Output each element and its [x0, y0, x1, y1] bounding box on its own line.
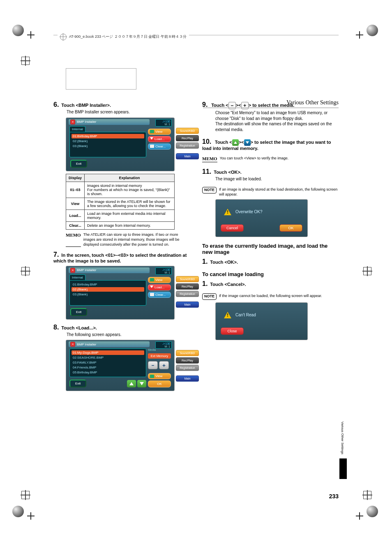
main-button[interactable]: Main — [176, 153, 199, 159]
load-button[interactable]: Load... — [148, 284, 171, 290]
side-mark-l1 — [21, 57, 29, 64]
media-label: Media — [148, 348, 171, 351]
side-mark-r3 — [363, 491, 371, 498]
exit-button[interactable]: Exit — [70, 160, 87, 168]
cant-read-dialog: Can't Read Close — [215, 302, 308, 340]
crop-mark-bl — [12, 506, 37, 530]
row-label: Load... — [66, 210, 85, 221]
note-icon: NOTE — [202, 187, 217, 193]
crop-mark-tr — [355, 25, 380, 49]
registration-button[interactable]: Registration — [176, 143, 199, 149]
row-explanation: Images stored in internal memory For num… — [85, 182, 175, 198]
media-plus-button[interactable]: ＋ — [159, 361, 169, 369]
step-11-title: Touch <OK>. — [214, 170, 242, 175]
device-panel-illustration — [66, 68, 136, 90]
scroll-up-button[interactable] — [127, 380, 136, 387]
exit-button[interactable]: Exit — [70, 308, 87, 316]
screen2-titlebar: ×BMP Installer — [69, 267, 150, 273]
step-8-number: 8. — [53, 324, 59, 331]
list-item[interactable]: 02:(Blank) — [71, 287, 144, 292]
page-number: 233 — [329, 493, 339, 500]
cancel-button[interactable]: Cancel — [221, 224, 244, 232]
screen3-titlebar: ×BMP Installer — [69, 341, 150, 347]
close-icon[interactable]: × — [70, 268, 75, 273]
side-section-label: Various Other Settings — [341, 421, 344, 454]
media-selector[interactable]: Ext Memory — [148, 353, 171, 359]
screen1-titlebar: ×BMP Installer — [69, 119, 150, 125]
close-button[interactable]: Close — [221, 327, 244, 335]
bmp-installer-load-screen: ×BMP Installer ♩=130M: 1 01:My-Dogs.BMP … — [66, 340, 175, 391]
list-item[interactable]: 01:Birthday.BMP — [71, 134, 144, 138]
print-header-line: AT-900_e.book 233 ページ ２００７年９月７日 金曜日 午前８時… — [53, 35, 339, 35]
rec-play-button[interactable]: Rec/Play — [176, 357, 199, 364]
row-label: Clear... — [66, 221, 85, 229]
sound-kbd-button[interactable]: Sound/KBD — [176, 128, 199, 134]
view-button[interactable]: View — [148, 129, 171, 135]
section-erase-title: To erase the currently loaded image, and… — [202, 243, 339, 256]
list-item[interactable]: 02:(Blank) — [71, 139, 144, 143]
down-arrow-icon — [244, 139, 251, 146]
view-button[interactable]: View — [148, 373, 171, 379]
section-tab-marker — [339, 458, 347, 479]
registration-button[interactable]: Registration — [176, 291, 199, 297]
row-explanation: Load an image from external media into i… — [85, 210, 175, 221]
ok-button[interactable]: OK — [279, 224, 302, 232]
print-header-text: AT-900_e.book 233 ページ ２００７年９月７日 金曜日 午前８時… — [58, 34, 189, 40]
list-item[interactable]: 05:Birthday.BMP — [71, 370, 144, 375]
load-button[interactable]: Load... — [148, 136, 171, 142]
crop-mark-tl — [12, 25, 37, 49]
row-label: 01–03 — [66, 182, 85, 198]
tempo-indicator: ♩=130M: 1 — [155, 267, 172, 275]
memo-icon: MEMO — [66, 232, 81, 247]
list-item[interactable]: 03:FAMILY.BMP — [71, 360, 144, 365]
close-icon[interactable]: × — [70, 342, 75, 347]
internal-tab[interactable]: Internal — [69, 274, 85, 280]
main-button[interactable]: Main — [176, 302, 199, 308]
media-minus-button[interactable]: － — [148, 361, 158, 369]
th-explanation: Explanation — [85, 174, 175, 182]
list-item[interactable]: 04:Friends.BMP — [71, 365, 144, 370]
tempo-indicator: ♩=130M: 1 — [155, 119, 172, 127]
step-9-body: Choose "Ext Memory" to load an image fro… — [215, 110, 339, 132]
eraser-icon — [150, 145, 154, 148]
picture-icon — [150, 278, 154, 281]
scroll-down-button[interactable] — [137, 380, 146, 387]
side-mark-l2 — [21, 267, 29, 274]
exit-button[interactable]: Exit — [69, 380, 86, 387]
crop-mark-br — [355, 506, 380, 530]
main-button[interactable]: Main — [176, 375, 199, 382]
list-item[interactable]: 02:SEASHORE.BMP — [71, 355, 144, 360]
ok-button[interactable]: OK — [148, 380, 171, 387]
step-8-title: Touch <Load...>. — [61, 325, 97, 330]
internal-tab[interactable]: Internal — [69, 126, 85, 132]
list-item[interactable]: 01:Birthday.BMP — [71, 282, 144, 287]
warning-icon — [224, 209, 231, 215]
list-item[interactable]: 03:(Blank) — [71, 292, 144, 297]
registration-button[interactable]: Registration — [176, 365, 199, 371]
clear-button[interactable]: Clear... — [148, 143, 171, 150]
row-label: View — [66, 198, 85, 210]
page-section-title: Various Other Settings — [203, 99, 339, 106]
download-icon — [150, 137, 153, 140]
dialog-message: Can't Read — [235, 313, 256, 317]
step-7-title: In the screen, touch <01>–<03> to select… — [53, 253, 187, 263]
step-11-number: 11. — [202, 168, 211, 175]
memo-icon: MEMO — [202, 156, 217, 162]
overwrite-dialog: Overwrite OK? Cancel OK — [215, 199, 308, 237]
sound-kbd-button[interactable]: Sound/KBD — [176, 350, 199, 356]
step-6-number: 6. — [53, 101, 59, 108]
picture-icon — [150, 130, 154, 133]
row-explanation: Delete an image from internal memory. — [85, 221, 175, 229]
sectB-step-number: 1. — [202, 280, 208, 288]
rec-play-button[interactable]: Rec/Play — [176, 283, 199, 290]
list-item[interactable]: 01:My-Dogs.BMP — [71, 350, 144, 355]
memo-1: MEMO The ATELIER can store up to three i… — [66, 232, 190, 247]
download-icon — [150, 286, 153, 289]
clear-button[interactable]: Clear... — [148, 292, 171, 298]
list-item[interactable]: 03:(Blank) — [71, 144, 144, 148]
rec-play-button[interactable]: Rec/Play — [176, 135, 199, 141]
sound-kbd-button[interactable]: Sound/KBD — [176, 276, 199, 282]
close-icon[interactable]: × — [70, 120, 75, 124]
view-button[interactable]: View — [148, 277, 171, 283]
bmp-installer-screen-1: ×BMP Installer ♩=130M: 1 Internal 01:Bir… — [66, 117, 175, 171]
